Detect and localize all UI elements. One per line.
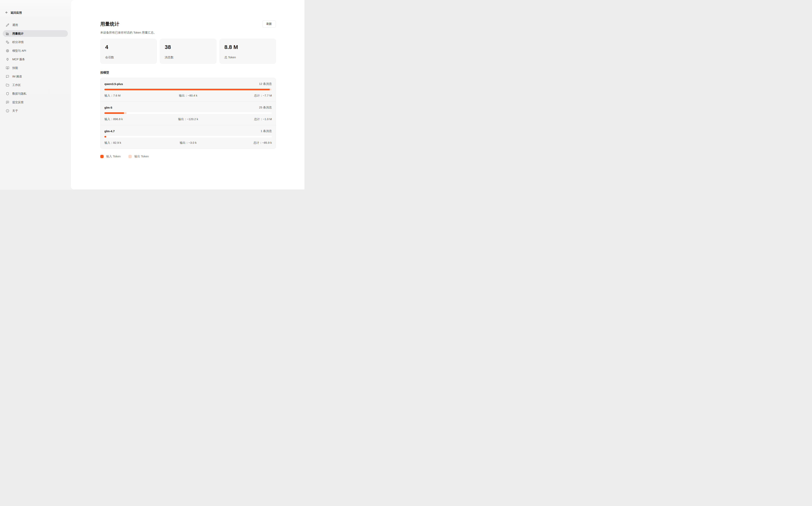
model-total-tokens: 总计：~1.0 M — [216, 117, 272, 121]
model-input-tokens: 输入：82.9 k — [104, 141, 160, 145]
input-token-segment — [104, 136, 106, 138]
sidebar-item-data-privacy[interactable]: 数据与隐私 — [3, 90, 68, 97]
model-message-count: 1 条消息 — [261, 129, 272, 133]
back-to-app-button[interactable]: 返回应用 — [3, 11, 68, 15]
page-header: 用量统计 刷新 — [100, 20, 276, 28]
shield-icon — [6, 92, 9, 95]
sidebar-item-label: 数据与隐私 — [12, 92, 26, 96]
legend-item-output: 输出 Token — [128, 155, 149, 158]
cpu-icon — [6, 49, 9, 53]
stat-value: 8.8 M — [224, 44, 271, 50]
page-title: 用量统计 — [100, 21, 120, 27]
sidebar-item-skills[interactable]: 技能 — [3, 65, 68, 71]
sidebar-item-label: 模型与 API — [12, 49, 26, 53]
sidebar-item-label: 关于 — [12, 109, 18, 113]
token-usage-bar — [104, 112, 272, 114]
model-row: glm-4.7 1 条消息 输入：82.9 k 输出：~3.0 k 总计：~85… — [100, 125, 276, 149]
sidebar-item-label: IM 频道 — [12, 75, 22, 78]
model-name: glm-4.7 — [104, 130, 115, 133]
sidebar-item-label: MCP 服务 — [12, 58, 25, 61]
page-subtitle: 本设备所有已保存对话的 Token 用量汇总。 — [100, 31, 276, 34]
model-input-tokens: 输入：896.8 k — [104, 117, 160, 121]
token-usage-bar — [104, 136, 272, 138]
input-token-segment — [104, 89, 270, 90]
by-model-card: qwen3.5-plus 12 条消息 输入：7.6 M 输出：~80.4 k … — [100, 78, 276, 149]
coins-icon — [6, 40, 9, 44]
settings-sidebar: 返回应用 通用 用量统计 积分详情 模型与 API MCP 服务 — [0, 0, 71, 190]
sidebar-item-label: 工作区 — [12, 83, 21, 87]
sidebar-nav: 通用 用量统计 积分详情 模型与 API MCP 服务 技能 — [3, 22, 68, 114]
stat-card-total-tokens: 8.8 M 总 Token — [220, 39, 276, 64]
stat-value: 4 — [105, 44, 152, 50]
sidebar-item-general[interactable]: 通用 — [3, 22, 68, 28]
book-open-icon — [6, 66, 9, 70]
stat-card-messages: 38 消息数 — [160, 39, 216, 64]
sidebar-item-label: 用量统计 — [12, 32, 24, 35]
legend-label: 输出 Token — [134, 155, 149, 158]
message-square-icon — [6, 75, 9, 78]
back-label: 返回应用 — [10, 11, 22, 15]
output-token-segment — [270, 89, 272, 90]
token-usage-bar — [104, 89, 272, 90]
stat-label: 会话数 — [105, 56, 152, 59]
stat-value: 38 — [165, 44, 211, 50]
model-row: qwen3.5-plus 12 条消息 输入：7.6 M 输出：~80.4 k … — [100, 78, 276, 101]
sidebar-item-feedback[interactable]: 提交反馈 — [3, 99, 68, 105]
sidebar-item-workspace[interactable]: 工作区 — [3, 82, 68, 88]
bar-legend: 输入 Token 输出 Token — [100, 155, 276, 158]
by-model-heading: 按模型 — [100, 71, 276, 75]
model-output-tokens: 输出：~80.4 k — [160, 94, 216, 97]
sidebar-item-label: 通用 — [12, 23, 18, 27]
output-token-segment — [124, 112, 127, 114]
input-token-segment — [104, 112, 124, 114]
folder-icon — [6, 83, 9, 87]
sidebar-item-models-api[interactable]: 模型与 API — [3, 48, 68, 54]
pencil-icon — [6, 23, 9, 27]
legend-label: 输入 Token — [106, 155, 121, 158]
model-total-tokens: 总计：~7.7 M — [216, 94, 272, 97]
stat-label: 消息数 — [165, 56, 211, 59]
sidebar-item-label: 提交反馈 — [12, 100, 24, 104]
sidebar-item-im-channels[interactable]: IM 频道 — [3, 73, 68, 80]
sidebar-item-mcp[interactable]: MCP 服务 — [3, 56, 68, 63]
model-total-tokens: 总计：~85.9 k — [216, 141, 272, 145]
model-message-count: 12 条消息 — [259, 82, 272, 86]
sidebar-item-label: 技能 — [12, 66, 18, 70]
model-output-tokens: 输出：~3.0 k — [160, 141, 216, 145]
stat-label: 总 Token — [224, 56, 271, 59]
model-output-tokens: 输出：~120.2 k — [160, 117, 216, 121]
sidebar-item-credits[interactable]: 积分详情 — [3, 39, 68, 46]
sidebar-item-label: 积分详情 — [12, 40, 24, 44]
sidebar-item-about[interactable]: 关于 — [3, 107, 68, 114]
legend-item-input: 输入 Token — [100, 155, 121, 158]
plug-icon — [6, 58, 9, 61]
bar-chart-icon — [6, 32, 9, 35]
model-input-tokens: 输入：7.6 M — [104, 94, 160, 97]
model-message-count: 25 条消息 — [259, 106, 272, 109]
arrow-left-icon — [5, 11, 8, 15]
app-window: 返回应用 通用 用量统计 积分详情 模型与 API MCP 服务 — [0, 0, 304, 190]
output-token-swatch — [128, 155, 132, 158]
summary-cards: 4 会话数 38 消息数 8.8 M 总 Token — [100, 39, 276, 64]
main-panel: 用量统计 刷新 本设备所有已保存对话的 Token 用量汇总。 4 会话数 38… — [71, 0, 304, 189]
sidebar-item-usage-stats[interactable]: 用量统计 — [3, 30, 68, 37]
model-name: glm-5 — [104, 106, 112, 109]
model-name: qwen3.5-plus — [104, 82, 123, 86]
input-token-swatch — [100, 155, 103, 158]
stat-card-sessions: 4 会话数 — [100, 39, 157, 64]
model-row: glm-5 25 条消息 输入：896.8 k 输出：~120.2 k 总计：~… — [100, 101, 276, 125]
refresh-button[interactable]: 刷新 — [262, 20, 276, 28]
info-icon — [6, 109, 9, 112]
message-square-plus-icon — [6, 101, 9, 104]
